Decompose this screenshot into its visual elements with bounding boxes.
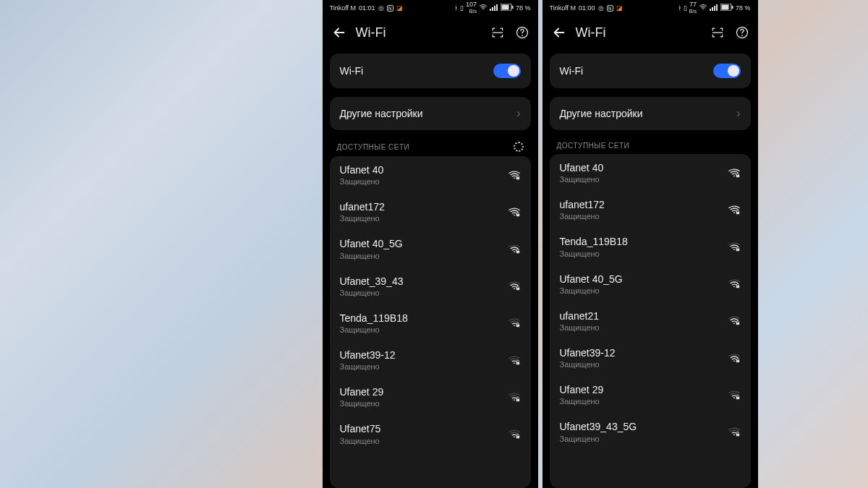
bluetooth-icon: ᚼ xyxy=(454,4,458,12)
nfc-icon: N xyxy=(387,5,393,12)
loading-spinner-icon xyxy=(514,142,524,152)
wifi-toggle-card: Wi-Fi xyxy=(550,53,751,88)
network-ssid: Ufanet 40 xyxy=(560,161,604,174)
app-icon: ◪ xyxy=(616,4,623,12)
network-item[interactable]: Ufanet_39_43 Защищено xyxy=(330,267,531,304)
network-ssid: Ufanet39-12 xyxy=(560,346,616,359)
svg-rect-28 xyxy=(736,249,739,252)
time-label: 01:01 xyxy=(359,4,375,12)
page-title: Wi-Fi xyxy=(356,25,490,40)
svg-rect-3 xyxy=(496,4,498,11)
help-icon[interactable] xyxy=(515,25,529,40)
svg-rect-0 xyxy=(490,9,491,11)
network-item[interactable]: ufanet21 Защищено xyxy=(550,302,751,339)
wifi-signal-icon xyxy=(508,392,521,402)
wifi-signal-icon xyxy=(728,315,741,325)
more-settings-card[interactable]: Другие настройки › xyxy=(550,97,751,130)
svg-rect-9 xyxy=(516,176,519,179)
network-item[interactable]: Tenda_119B18 Защищено xyxy=(330,304,531,341)
help-icon[interactable] xyxy=(735,25,749,40)
svg-rect-6 xyxy=(511,6,513,9)
network-security: Защищено xyxy=(560,212,605,221)
wifi-toggle-label: Wi-Fi xyxy=(340,65,364,77)
wifi-signal-icon xyxy=(508,207,521,217)
network-security: Защищено xyxy=(560,175,604,184)
phone-screen-right: Tinkoff M 01:00 ◎ N ◪ ᚼ ▯ 77B/s 78 xyxy=(542,0,758,488)
chevron-right-icon: › xyxy=(736,107,740,120)
network-item[interactable]: Ufanet 40 Защищено xyxy=(550,154,751,191)
wifi-signal-icon xyxy=(728,278,741,288)
wifi-signal-icon xyxy=(508,281,521,291)
network-security: Защищено xyxy=(340,325,408,334)
network-item[interactable]: ufanet172 Защищено xyxy=(550,191,751,228)
wifi-signal-icon xyxy=(728,390,741,400)
battery-percent: 78 % xyxy=(736,4,751,12)
network-item[interactable]: Ufanet39_43_5G Защищено xyxy=(550,413,751,450)
svg-rect-10 xyxy=(516,213,519,216)
svg-rect-11 xyxy=(516,251,519,254)
network-item[interactable]: Tenda_119B18 Защищено xyxy=(550,228,751,265)
network-security: Защищено xyxy=(560,249,628,258)
network-ssid: Ufanet75 xyxy=(340,422,381,435)
wifi-signal-icon xyxy=(508,244,521,254)
network-security: Защищено xyxy=(340,288,404,297)
network-ssid: ufanet21 xyxy=(560,309,600,322)
network-security: Защищено xyxy=(560,360,616,369)
available-networks-header: ДОСТУПНЫЕ СЕТИ xyxy=(542,134,758,154)
wifi-toggle[interactable] xyxy=(493,64,521,78)
carrier-label: Tinkoff M xyxy=(330,4,357,12)
bluetooth-icon: ᚼ xyxy=(678,4,681,12)
network-security: Защищено xyxy=(560,397,604,406)
svg-rect-15 xyxy=(516,398,519,401)
nfc-icon: N xyxy=(607,5,613,12)
network-item[interactable]: Ufanet39-12 Защищено xyxy=(550,339,751,376)
network-item[interactable]: Ufanet75 Защищено xyxy=(330,415,531,452)
networks-list: Ufanet 40 Защищено ufanet172 Защищено xyxy=(550,154,751,488)
network-item[interactable]: ufanet172 Защищено xyxy=(330,193,531,230)
network-item[interactable]: Ufanet 29 Защищено xyxy=(330,378,531,415)
network-item[interactable]: Ufanet 29 Защищено xyxy=(550,376,751,413)
svg-rect-17 xyxy=(710,9,711,11)
wifi-toggle-label: Wi-Fi xyxy=(560,65,584,77)
network-security: Защищено xyxy=(560,286,623,295)
header: Wi-Fi xyxy=(323,16,538,49)
back-icon[interactable] xyxy=(331,25,347,40)
scan-icon[interactable] xyxy=(490,25,505,40)
back-icon[interactable] xyxy=(551,25,567,40)
svg-rect-27 xyxy=(736,211,739,214)
page-title: Wi-Fi xyxy=(576,25,710,40)
network-item[interactable]: Ufanet39-12 Защищено xyxy=(330,341,531,378)
wifi-status-icon xyxy=(479,4,488,12)
network-ssid: Ufanet 29 xyxy=(340,385,384,398)
wifi-toggle[interactable] xyxy=(713,64,741,78)
battery-icon xyxy=(501,4,514,12)
wifi-signal-icon xyxy=(728,427,741,437)
speed-label: 107B/s xyxy=(466,1,477,14)
scan-icon[interactable] xyxy=(710,25,725,40)
svg-rect-5 xyxy=(501,5,509,10)
network-security: Защищено xyxy=(340,214,385,223)
network-ssid: Tenda_119B18 xyxy=(560,235,628,248)
more-settings-label: Другие настройки xyxy=(340,108,423,119)
more-settings-card[interactable]: Другие настройки › xyxy=(330,97,531,130)
network-security: Защищено xyxy=(340,177,384,186)
vibrate-icon: ▯ xyxy=(460,4,464,12)
network-ssid: Ufanet_39_43 xyxy=(340,275,404,288)
network-ssid: Tenda_119B18 xyxy=(340,312,408,325)
network-item[interactable]: Ufanet 40 Защищено xyxy=(330,156,531,193)
phone-screen-left: Tinkoff M 01:01 ◎ N ◪ ᚼ ▯ 107B/s 78 xyxy=(323,0,538,488)
svg-point-25 xyxy=(741,35,743,36)
network-item[interactable]: Ufanet 40_5G Защищено xyxy=(330,230,531,267)
network-ssid: Ufanet39-12 xyxy=(340,348,396,361)
network-security: Защищено xyxy=(560,323,600,332)
network-ssid: Ufanet39_43_5G xyxy=(560,420,637,433)
battery-percent: 78 % xyxy=(516,4,531,12)
network-security: Защищено xyxy=(340,252,403,260)
svg-rect-33 xyxy=(736,434,739,437)
wifi-signal-icon xyxy=(508,170,521,180)
header: Wi-Fi xyxy=(542,16,758,49)
speed-label: 77B/s xyxy=(689,1,697,14)
wifi-signal-icon xyxy=(508,429,521,439)
network-ssid: ufanet172 xyxy=(340,200,385,213)
network-item[interactable]: Ufanet 40_5G Защищено xyxy=(550,265,751,302)
